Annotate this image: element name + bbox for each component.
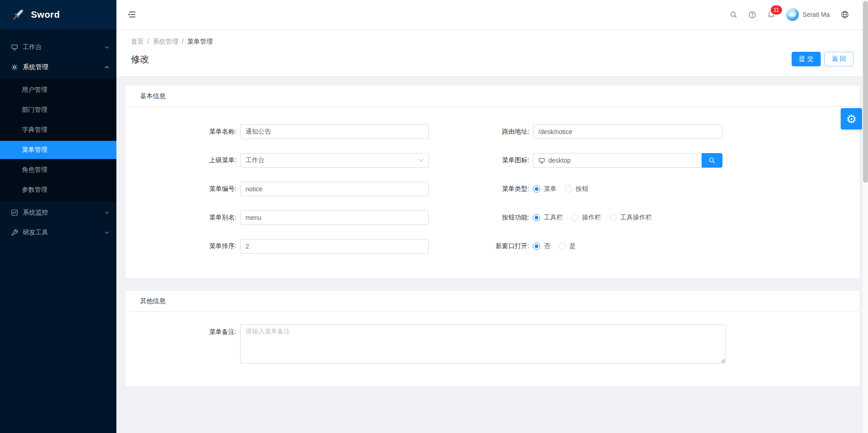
submit-button[interactable]: 提 交 bbox=[792, 52, 821, 66]
sidebar-item-param-mgmt[interactable]: 参数管理 bbox=[0, 181, 116, 199]
radio-option-label: 按钮 bbox=[576, 185, 588, 193]
menu-type-option-menu[interactable]: 菜单 bbox=[533, 185, 557, 193]
scrollbar-thumb[interactable] bbox=[863, 1, 868, 183]
sidebar-item-system-mgmt[interactable]: 系统管理 bbox=[0, 58, 116, 76]
menu-sort-input[interactable] bbox=[240, 239, 429, 254]
theme-settings-button[interactable]: ⚙ bbox=[841, 108, 862, 129]
radio-unchecked-icon[interactable] bbox=[558, 243, 566, 250]
avatar bbox=[786, 8, 799, 21]
basic-info-form: 菜单名称: 上级菜单: bbox=[125, 107, 859, 278]
menu-remark-label: 菜单备注: bbox=[140, 324, 240, 339]
menu-sort-label: 菜单排序: bbox=[140, 242, 240, 250]
help-button[interactable] bbox=[743, 0, 762, 29]
new-window-option-no[interactable]: 否 bbox=[533, 242, 550, 250]
route-path-input[interactable] bbox=[533, 124, 722, 139]
new-window-label: 新窗口打开: bbox=[444, 242, 533, 250]
user-name: Serati Ma bbox=[803, 11, 830, 18]
sidebar-item-label: 参数管理 bbox=[22, 186, 47, 194]
menu-code-input[interactable] bbox=[240, 182, 429, 196]
gear-icon: ⚙ bbox=[846, 113, 857, 125]
sidebar-item-label: 字典管理 bbox=[22, 126, 47, 134]
search-icon bbox=[708, 157, 716, 164]
tool-icon bbox=[11, 229, 18, 236]
line-chart-icon bbox=[11, 209, 18, 216]
other-info-card: 其他信息 菜单备注: bbox=[125, 291, 859, 386]
radio-option-label: 菜单 bbox=[544, 185, 557, 193]
back-button[interactable]: 返 回 bbox=[824, 52, 853, 66]
other-info-form: 菜单备注: bbox=[125, 312, 859, 386]
parent-menu-label: 上级菜单: bbox=[140, 156, 240, 164]
new-window-row: 新窗口打开: 否 是 bbox=[444, 239, 845, 254]
language-button[interactable] bbox=[835, 0, 854, 29]
sidebar-collapse-button[interactable] bbox=[116, 0, 147, 29]
radio-unchecked-icon[interactable] bbox=[609, 214, 617, 221]
menu-name-input[interactable] bbox=[240, 124, 429, 139]
radio-unchecked-icon[interactable] bbox=[565, 185, 572, 193]
chevron-down-icon bbox=[105, 231, 109, 234]
desktop-icon bbox=[538, 157, 545, 164]
radio-checked-icon[interactable] bbox=[533, 185, 540, 193]
button-func-option-toolbar[interactable]: 工具栏 bbox=[533, 214, 563, 222]
chevron-down-icon bbox=[105, 46, 109, 49]
route-path-row: 路由地址: bbox=[444, 124, 845, 139]
radio-option-label: 操作栏 bbox=[582, 214, 601, 222]
scrollbar-track[interactable] bbox=[862, 0, 868, 433]
user-account-menu[interactable]: Serati Ma bbox=[781, 8, 835, 21]
sidebar-item-workbench[interactable]: 工作台 bbox=[0, 38, 116, 56]
breadcrumb-system-mgmt[interactable]: 系统管理 bbox=[153, 36, 178, 46]
desktop-icon bbox=[11, 44, 18, 51]
sidebar-item-menu-mgmt[interactable]: 菜单管理 bbox=[0, 141, 116, 159]
sidebar-item-dev-tools[interactable]: 研发工具 bbox=[0, 224, 116, 242]
notifications-button[interactable]: 11 bbox=[762, 0, 781, 29]
sidebar-item-label: 研发工具 bbox=[23, 229, 48, 237]
search-button[interactable] bbox=[724, 0, 743, 29]
sidebar-item-dict-mgmt[interactable]: 字典管理 bbox=[0, 121, 116, 139]
radio-checked-icon[interactable] bbox=[533, 214, 540, 221]
chevron-down-icon bbox=[105, 211, 109, 214]
menu-remark-wrap bbox=[240, 324, 726, 363]
parent-menu-select[interactable] bbox=[240, 153, 429, 168]
menu-alias-input[interactable] bbox=[240, 210, 429, 225]
basic-info-card: 基本信息 菜单名称: 上级菜单: bbox=[125, 86, 859, 278]
button-func-option-actionbar[interactable]: 操作栏 bbox=[571, 214, 601, 222]
sidebar-item-label: 菜单管理 bbox=[22, 146, 47, 154]
breadcrumb: 首页 / 系统管理 / 菜单管理 bbox=[131, 36, 853, 46]
menu-icon-input[interactable]: desktop bbox=[533, 153, 702, 168]
menu-alias-row: 菜单别名: bbox=[140, 210, 444, 225]
radio-option-label: 工具操作栏 bbox=[620, 214, 652, 222]
menu-icon-input-group: desktop bbox=[533, 153, 722, 168]
parent-menu-value[interactable] bbox=[240, 153, 429, 168]
menu-type-row: 菜单类型: 菜单 按钮 bbox=[444, 182, 845, 196]
notification-badge: 11 bbox=[771, 5, 782, 15]
page-header: 首页 / 系统管理 / 菜单管理 修改 提 交 返 回 bbox=[116, 29, 868, 77]
radio-unchecked-icon[interactable] bbox=[571, 214, 578, 221]
globe-icon bbox=[841, 10, 849, 19]
menu-type-option-button[interactable]: 按钮 bbox=[565, 185, 588, 193]
menu-type-label: 菜单类型: bbox=[444, 185, 533, 193]
brand-logo[interactable]: Sword bbox=[0, 0, 116, 29]
chevron-up-icon bbox=[105, 66, 109, 69]
sidebar-item-role-mgmt[interactable]: 角色管理 bbox=[0, 161, 116, 179]
breadcrumb-home[interactable]: 首页 bbox=[131, 36, 144, 46]
other-info-title: 其他信息 bbox=[125, 291, 859, 312]
page-content: 基本信息 菜单名称: 上级菜单: bbox=[116, 77, 868, 433]
page-actions: 提 交 返 回 bbox=[792, 52, 853, 66]
icon-search-button[interactable] bbox=[702, 153, 722, 168]
route-path-label: 路由地址: bbox=[444, 128, 533, 136]
button-func-option-tool-actionbar[interactable]: 工具操作栏 bbox=[609, 214, 652, 222]
menu-remark-textarea[interactable] bbox=[240, 324, 726, 363]
sidebar-item-label: 工作台 bbox=[23, 43, 42, 51]
breadcrumb-separator: / bbox=[182, 36, 184, 46]
radio-option-label: 是 bbox=[569, 242, 576, 250]
sidebar-item-monitor[interactable]: 系统监控 bbox=[0, 204, 116, 222]
menu-name-row: 菜单名称: bbox=[140, 124, 444, 139]
sword-icon bbox=[11, 7, 25, 22]
sidebar-item-label: 部门管理 bbox=[22, 106, 47, 114]
new-window-option-yes[interactable]: 是 bbox=[558, 242, 576, 250]
sidebar-item-user-mgmt[interactable]: 用户管理 bbox=[0, 81, 116, 99]
radio-checked-icon[interactable] bbox=[533, 243, 540, 250]
header-actions: 11 Serati Ma bbox=[724, 0, 854, 29]
sidebar-item-dept-mgmt[interactable]: 部门管理 bbox=[0, 101, 116, 119]
radio-option-label: 工具栏 bbox=[544, 214, 563, 222]
question-circle-icon bbox=[748, 11, 756, 19]
